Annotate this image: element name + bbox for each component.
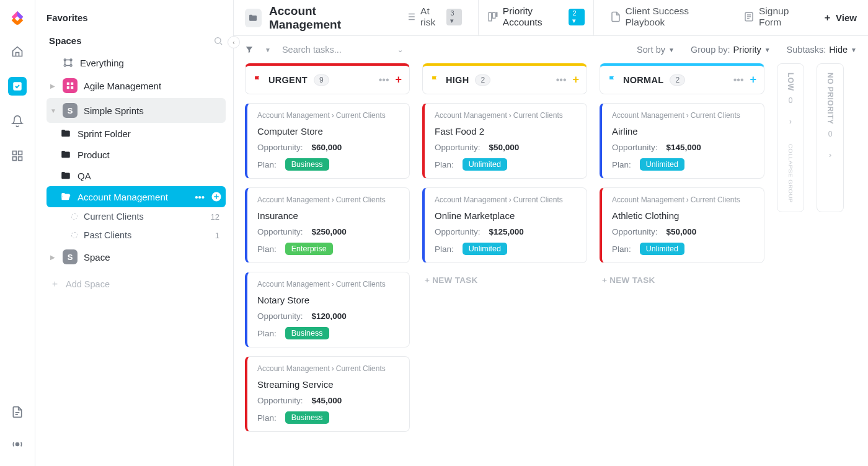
svg-point-9 [70, 59, 72, 61]
more-icon[interactable]: ••• [379, 74, 389, 86]
docs-icon[interactable] [8, 403, 27, 421]
task-card[interactable]: Account Management›Current Clients Insur… [245, 187, 410, 263]
search-icon[interactable] [213, 36, 223, 46]
view-label: View [836, 12, 857, 23]
group-control[interactable]: Group by: Priority▼ [691, 45, 771, 55]
plan-badge: Business [285, 411, 329, 424]
app-logo-icon[interactable] [9, 11, 26, 26]
subtasks-control[interactable]: Subtasks: Hide▼ [787, 45, 857, 55]
collapse-sidebar-icon[interactable]: ‹ [228, 36, 240, 48]
caret-icon: ▶ [50, 254, 56, 261]
plus-icon: ＋ [823, 12, 832, 24]
sidebar-space-3[interactable]: ▶ S Space [46, 244, 226, 269]
new-task-button[interactable]: + NEW TASK [422, 272, 587, 289]
sort-control[interactable]: Sort by▼ [637, 45, 675, 55]
svg-rect-14 [71, 86, 73, 89]
tab-at-risk[interactable]: At risk 3 ▾ [396, 0, 471, 36]
column-header[interactable]: NORMAL 2 ••• + [600, 63, 764, 94]
add-task-icon[interactable]: + [750, 73, 756, 86]
column-name: URGENT [268, 75, 308, 85]
list-label: Current Clients [84, 212, 144, 222]
collapsed-column[interactable]: NO PRIORITY 0 › [817, 63, 844, 212]
tab-label: Priority Accounts [503, 6, 565, 28]
collapsed-column[interactable]: LOW 0 › COLLAPSE GROUP [777, 63, 804, 212]
more-icon[interactable]: ••• [733, 74, 744, 86]
opp-label: Opportunity: [612, 143, 658, 152]
home-icon[interactable] [8, 42, 27, 61]
form-icon [743, 11, 755, 22]
folder-icon [60, 149, 71, 160]
spaces-header[interactable]: Spaces [49, 35, 82, 46]
folder-label: Sprint Folder [78, 128, 131, 139]
opp-value: $50,000 [489, 143, 520, 152]
task-card[interactable]: Account Management›Current Clients Fast … [422, 103, 587, 179]
opp-label: Opportunity: [257, 143, 303, 152]
sidebar-everything[interactable]: Everything [46, 52, 226, 73]
sidebar-list-current-clients[interactable]: Current Clients 12 [46, 207, 226, 226]
record-icon[interactable] [8, 435, 27, 454]
add-space-button[interactable]: ＋ Add Space [46, 269, 226, 298]
add-task-icon[interactable]: + [395, 73, 402, 86]
add-task-icon[interactable]: + [572, 73, 579, 86]
more-icon[interactable]: ••• [556, 74, 567, 86]
filter-icon[interactable] [245, 45, 254, 54]
breadcrumb: Account Management›Current Clients [435, 111, 578, 120]
favorites-header[interactable]: Favorites [46, 6, 226, 29]
svg-rect-13 [67, 86, 69, 89]
collapse-hint: COLLAPSE GROUP [787, 144, 794, 203]
plan-badge: Unlimited [463, 243, 507, 255]
sidebar-space-agile[interactable]: ▶ Agile Management [46, 73, 226, 98]
add-space-label: Add Space [66, 279, 110, 289]
add-view-button[interactable]: ＋ View [823, 12, 857, 24]
tab-badge: 2 ▾ [569, 9, 584, 25]
search-input[interactable]: Search tasks... ⌄ [282, 45, 403, 55]
more-icon[interactable]: ••• [195, 192, 205, 202]
card-title: Online Marketplace [435, 210, 578, 221]
page-title: Account Management [269, 4, 379, 32]
search-placeholder: Search tasks... [282, 45, 342, 55]
sidebar-folder-qa[interactable]: QA [46, 165, 226, 186]
svg-rect-2 [19, 151, 22, 155]
sidebar-folder-sprint[interactable]: Sprint Folder [46, 123, 226, 144]
svg-rect-11 [67, 83, 69, 85]
task-card[interactable]: Account Management›Current Clients Onlin… [422, 187, 587, 263]
board-icon [487, 11, 498, 22]
column-header[interactable]: URGENT 9 ••• + [245, 63, 410, 94]
column-name: HIGH [446, 75, 469, 85]
sidebar-folder-product[interactable]: Product [46, 144, 226, 165]
svg-point-10 [70, 65, 72, 66]
svg-point-6 [215, 37, 221, 43]
breadcrumb: Account Management›Current Clients [612, 111, 755, 120]
plan-label: Plan: [257, 244, 277, 254]
sidebar-list-past-clients[interactable]: Past Clients 1 [46, 226, 226, 244]
tab-priority-accounts[interactable]: Priority Accounts 2 ▾ [478, 0, 594, 36]
collapsed-name: NO PRIORITY [826, 73, 835, 125]
plan-badge: Enterprise [285, 243, 333, 255]
caret-down-icon: ▼ [50, 107, 56, 114]
opp-value: $145,000 [666, 143, 701, 152]
apps-icon[interactable] [8, 146, 27, 165]
add-icon[interactable] [211, 191, 222, 202]
sidebar-folder-account-mgmt[interactable]: Account Management ••• [46, 186, 226, 207]
notifications-icon[interactable] [8, 112, 27, 130]
space-label: Simple Sprints [84, 105, 144, 116]
opp-label: Opportunity: [257, 396, 303, 405]
collapsed-count: 0 [828, 130, 833, 138]
task-card[interactable]: Account Management›Current Clients Athle… [600, 187, 764, 263]
plan-label: Plan: [435, 160, 454, 169]
sidebar-space-sprints[interactable]: ▼ S Simple Sprints [46, 98, 226, 123]
task-card[interactable]: Account Management›Current Clients Strea… [245, 356, 410, 432]
plan-label: Plan: [612, 244, 631, 254]
tasks-icon[interactable] [8, 77, 27, 96]
opp-label: Opportunity: [612, 227, 658, 236]
tab-signup-form[interactable]: Signup Form [735, 0, 815, 36]
column-header[interactable]: HIGH 2 ••• + [422, 63, 587, 94]
folder-open-icon [60, 191, 71, 202]
task-card[interactable]: Account Management›Current Clients Compu… [245, 103, 410, 179]
task-card[interactable]: Account Management›Current Clients Notar… [245, 272, 410, 347]
task-card[interactable]: Account Management›Current Clients Airli… [600, 103, 764, 179]
new-task-button[interactable]: + NEW TASK [600, 272, 764, 289]
tab-client-success[interactable]: Client Success Playbook [601, 0, 728, 36]
svg-rect-1 [13, 151, 17, 155]
flag-icon [608, 75, 617, 84]
